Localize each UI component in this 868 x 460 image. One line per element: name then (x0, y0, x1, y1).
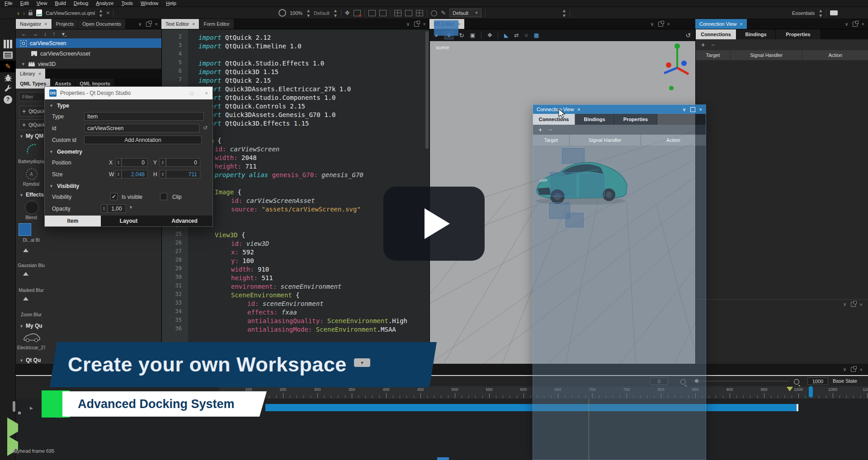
close-panel-icon[interactable]: × (699, 107, 702, 112)
perspective-stepper-icon[interactable]: ▲▼ (818, 8, 822, 18)
show-bounds-icon[interactable] (368, 10, 376, 16)
tree-item-view3d[interactable]: ▼ view3D (16, 59, 161, 69)
rpmdial-icon[interactable]: A (24, 167, 39, 181)
close-panel-icon[interactable]: × (423, 21, 426, 27)
close-panel-icon[interactable]: × (862, 21, 864, 27)
tab-library[interactable]: Library× (16, 69, 46, 79)
float-panel-icon[interactable] (146, 22, 151, 27)
remove-connection-icon[interactable]: − (711, 41, 715, 48)
menu-window[interactable]: Window (141, 0, 158, 6)
tab-connections[interactable]: Connections (696, 29, 736, 39)
collapse-panel-icon[interactable]: ∨ (406, 21, 410, 27)
tab-connections[interactable]: Connections (533, 114, 575, 125)
style-selector[interactable]: Default▼ (449, 9, 481, 17)
close-icon[interactable]: × (38, 71, 41, 76)
x-field[interactable]: 0 (122, 158, 148, 167)
zoom-in-icon[interactable] (794, 378, 799, 386)
state-selector[interactable]: Default (314, 10, 330, 16)
tab-text-editor[interactable]: Text Editor× (161, 19, 199, 29)
column-signal-handler[interactable]: Signal Handler (570, 135, 641, 146)
show-grid-icon[interactable] (416, 10, 423, 16)
keyframe-section-bar[interactable] (265, 404, 798, 411)
add-annotation-button[interactable]: Add Annotation (84, 136, 202, 144)
collapse-panel-icon[interactable]: ∨ (843, 301, 847, 307)
tree-item-carviewscreenasset[interactable]: carViewScreenAsset (16, 49, 161, 58)
close-panel-icon[interactable]: × (155, 21, 158, 27)
tab-connection-view[interactable]: Connection View× (695, 19, 747, 29)
opacity-dropdown-icon[interactable]: ▼ (129, 205, 133, 210)
close-icon[interactable]: × (740, 21, 742, 27)
column-action[interactable]: Action (802, 50, 868, 60)
column-signal-handler[interactable]: Signal Handler (731, 50, 803, 60)
column-action[interactable]: Action (641, 135, 706, 146)
reset-icon[interactable]: ↺ (203, 125, 208, 131)
x-stepper[interactable]: ▲▼ (115, 158, 122, 167)
w-stepper[interactable]: ▲▼ (115, 170, 122, 178)
end-frame-field[interactable]: 1000 (807, 377, 828, 385)
light-icon[interactable]: ○ (525, 33, 528, 38)
tree-item-carviewscreen[interactable]: carViewScreen (16, 38, 161, 48)
close-icon[interactable]: × (192, 21, 195, 27)
back-icon[interactable]: ‹ (17, 9, 19, 17)
section-effects[interactable]: ▼Effects (19, 192, 44, 198)
float-panel-icon[interactable] (853, 22, 858, 27)
fit-view-icon[interactable]: ✥ (487, 33, 492, 38)
column-target[interactable]: Target (696, 50, 731, 60)
tools-mode-icon[interactable] (0, 84, 16, 94)
timeline-zoom-slider[interactable] (692, 381, 789, 381)
remove-connection-icon[interactable]: − (548, 126, 552, 133)
close-panel-icon[interactable]: × (860, 367, 863, 372)
design-mode-icon[interactable]: ✎ (0, 61, 16, 72)
scale-tool-icon[interactable]: ▣ (470, 33, 475, 38)
tab-layout[interactable]: Layout (101, 216, 157, 226)
tab-properties[interactable]: Properties (614, 114, 657, 125)
snap-items-icon[interactable] (405, 10, 412, 16)
edit-mode-icon[interactable] (0, 52, 16, 61)
menu-analyze[interactable]: Analyze (96, 0, 113, 6)
run-button[interactable] (7, 424, 18, 432)
close-panel-icon[interactable]: × (667, 21, 670, 27)
section-my-quick[interactable]: ▼My Qu (19, 323, 42, 329)
camera-mode-icon[interactable]: ◣ (504, 33, 508, 38)
state-stepper-icon[interactable]: ▲▼ (333, 8, 337, 18)
end-frame-marker[interactable] (809, 386, 813, 397)
move-within-icon[interactable] (379, 10, 387, 16)
document-stepper-icon[interactable]: ▲▼ (99, 8, 103, 18)
add-connection-icon[interactable]: + (538, 126, 542, 133)
filter-icon[interactable]: ▼̺ (61, 32, 66, 37)
selection-frame-icon[interactable] (354, 10, 361, 16)
clip-checkbox[interactable] (160, 193, 167, 200)
add-connection-icon[interactable]: + (701, 41, 705, 48)
type-field[interactable]: Item (84, 112, 204, 121)
perspective-selector[interactable]: Essentials (792, 10, 815, 16)
h-stepper[interactable]: ▲▼ (160, 170, 166, 178)
blend-icon[interactable] (25, 201, 38, 214)
playhead-marker[interactable] (787, 387, 793, 394)
rotate-tool-icon[interactable]: ↻ (459, 32, 464, 38)
batterydisplay-icon[interactable] (24, 142, 40, 158)
close-icon[interactable]: × (205, 90, 208, 96)
debug-mode-icon[interactable] (0, 74, 16, 84)
opacity-field[interactable]: 1,00 (107, 204, 126, 213)
orientation-icon[interactable]: ⇄ (514, 33, 519, 38)
pan-tool-icon[interactable]: ✥ (345, 10, 350, 16)
is-visible-checkbox[interactable]: ✓ (110, 193, 118, 200)
section-my-qml[interactable]: ▼My QM (19, 133, 43, 139)
electriccar-icon[interactable] (22, 332, 41, 345)
menu-help[interactable]: Help (166, 0, 176, 6)
feedback-icon[interactable] (830, 10, 838, 15)
editor-scrollbar[interactable] (425, 31, 429, 149)
snap-grid-icon[interactable] (394, 10, 401, 16)
help-icon[interactable]: ? (0, 95, 16, 104)
section-qt-quick[interactable]: ▼Qt Qu (19, 357, 41, 363)
tab-navigator[interactable]: Navigator× (16, 19, 52, 29)
float-panel-icon[interactable] (414, 22, 419, 27)
kit-expand-icon[interactable]: ▶ (30, 406, 33, 410)
tab-form-editor[interactable]: Form Editor (199, 19, 234, 29)
grid-toggle-icon[interactable]: ▦ (534, 33, 539, 38)
tab-open-documents[interactable]: Open Documents (78, 19, 126, 29)
move-right-icon[interactable]: → (33, 31, 38, 37)
dialog-titlebar[interactable]: DS Properties - Qt Design Studio □ × (45, 87, 212, 99)
tab-projects[interactable]: Projects (52, 19, 79, 29)
opacity-stepper[interactable]: ▲▼ (101, 204, 107, 213)
